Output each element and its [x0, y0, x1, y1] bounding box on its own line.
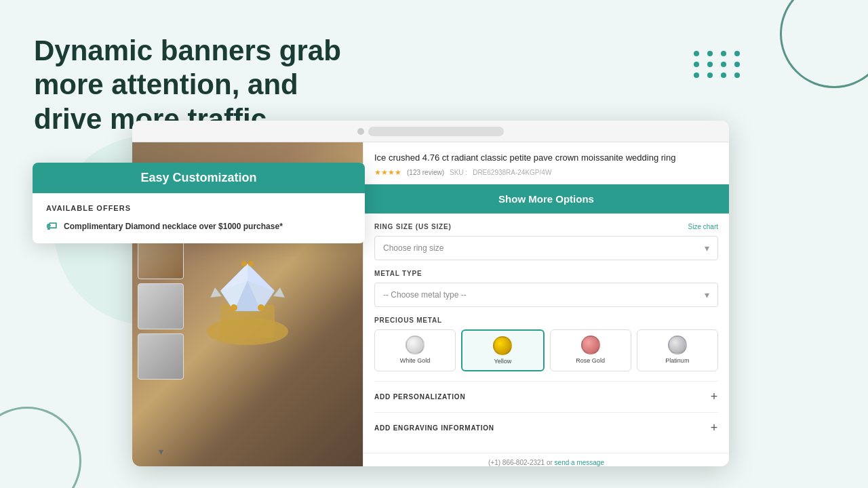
precious-metal-label: PRECIOUS METAL [374, 317, 718, 324]
svg-marker-8 [210, 287, 222, 298]
ring-size-placeholder: Choose ring size [383, 243, 443, 253]
svg-point-13 [248, 261, 254, 266]
available-offers-title: AVAILABLE OFFERS [46, 204, 351, 212]
metal-option-platinum[interactable]: Platinum [637, 329, 718, 371]
offer-text: Complimentary Diamond necklace over $100… [64, 222, 283, 231]
ring-svg [166, 223, 329, 386]
browser-url-bar [368, 127, 504, 136]
add-personalization-label: ADD PERSONALIZATION [374, 393, 465, 401]
size-chart-link[interactable]: Size chart [688, 223, 718, 230]
svg-marker-9 [273, 287, 285, 298]
product-details-panel: Ice crushed 4.76 ct radiant classic peti… [363, 142, 729, 466]
decoration-circle-top-right [780, 0, 868, 88]
thumbnails-scroll-down[interactable]: ▾ [153, 443, 169, 460]
decoration-circle-bottom-left [0, 407, 81, 488]
offer-tag-icon: 🏷 [46, 220, 57, 232]
white-gold-circle [406, 336, 425, 354]
ring-size-label: RING SIZE (US SIZE) Size chart [374, 223, 718, 230]
thumbnail-3[interactable] [138, 283, 184, 329]
yellow-gold-label: Yellow [465, 358, 540, 365]
precious-metal-group: PRECIOUS METAL White Gold Yellow [374, 317, 718, 371]
metal-type-group: METAL TYPE -- Choose metal type -- ▾ [374, 270, 718, 307]
add-engraving-label: ADD ENGRAVING INFORMATION [374, 424, 494, 432]
metal-type-placeholder: -- Choose metal type -- [383, 290, 467, 300]
contact-phone[interactable]: (+1) 866-802-2321 [488, 459, 545, 466]
platinum-label: Platinum [640, 357, 715, 364]
metal-type-label: METAL TYPE [374, 270, 718, 277]
contact-or: or [547, 459, 555, 466]
product-sku: DRE62938RA-24KGP/4W [473, 169, 551, 176]
personalization-plus-icon: + [711, 390, 718, 404]
ring-size-arrow: ▾ [705, 243, 709, 253]
thumbnail-4[interactable] [138, 333, 184, 380]
review-count: (123 review) [407, 169, 444, 176]
white-gold-label: White Gold [378, 357, 452, 364]
rose-gold-label: Rose Gold [553, 357, 628, 364]
offer-item: 🏷 Complimentary Diamond necklace over $1… [46, 220, 351, 232]
card-header: Easy Customization [33, 163, 365, 193]
product-sku-label: SKU : [450, 169, 467, 176]
rose-gold-circle [581, 336, 600, 354]
browser-bar [132, 121, 729, 142]
metal-option-white-gold[interactable]: White Gold [374, 329, 456, 371]
metal-option-rose-gold[interactable]: Rose Gold [550, 329, 631, 371]
metal-type-arrow: ▾ [705, 289, 709, 300]
product-meta: ★★★★ (123 review) SKU : DRE62938RA-24KGP… [374, 168, 718, 177]
yellow-gold-circle [493, 336, 512, 355]
add-engraving-row[interactable]: ADD ENGRAVING INFORMATION + [374, 412, 718, 443]
options-section: RING SIZE (US SIZE) Size chart Choose ri… [363, 214, 729, 453]
ring-size-group: RING SIZE (US SIZE) Size chart Choose ri… [374, 223, 718, 260]
dots-decoration [694, 51, 743, 78]
card-body: AVAILABLE OFFERS 🏷 Complimentary Diamond… [33, 193, 365, 243]
contact-bar: (+1) 866-802-2321 or send a message [363, 453, 729, 466]
metal-option-yellow[interactable]: Yellow [461, 329, 544, 371]
show-more-button[interactable]: Show More Options [363, 184, 729, 214]
svg-point-11 [258, 304, 264, 311]
product-title: Ice crushed 4.76 ct radiant classic peti… [374, 152, 718, 164]
metal-type-dropdown[interactable]: -- Choose metal type -- ▾ [374, 283, 718, 307]
svg-point-10 [231, 304, 237, 311]
add-personalization-row[interactable]: ADD PERSONALIZATION + [374, 381, 718, 412]
send-message-link[interactable]: send a message [555, 459, 604, 466]
product-stars: ★★★★ [374, 168, 401, 177]
easy-customization-card: Easy Customization AVAILABLE OFFERS 🏷 Co… [33, 163, 365, 243]
platinum-circle [668, 336, 687, 354]
browser-indicator [357, 128, 364, 135]
engraving-plus-icon: + [711, 421, 718, 435]
product-header: Ice crushed 4.76 ct radiant classic peti… [363, 142, 729, 184]
metal-options-list: White Gold Yellow Rose Gold Platinu [374, 329, 718, 371]
svg-point-12 [241, 261, 247, 266]
ring-size-dropdown[interactable]: Choose ring size ▾ [374, 236, 718, 260]
